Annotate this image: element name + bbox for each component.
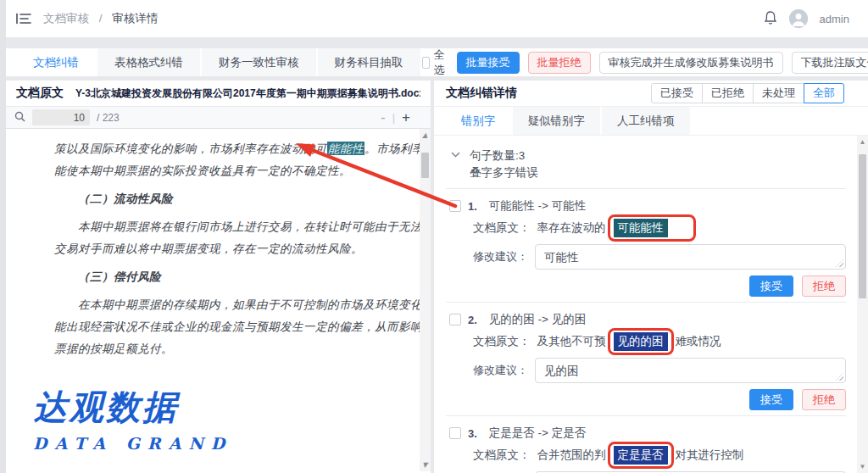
- document-panel-title: 文档原文: [16, 86, 64, 101]
- correction-rule: 见的的困 -> 见的困: [489, 312, 586, 327]
- correction-type-tab[interactable]: 人工纠错项: [602, 107, 690, 135]
- action-toolbar: 文档纠错表格格式纠错财务一致性审核财务科目抽取 全选 批量接受 批量拒绝 审核完…: [6, 48, 868, 76]
- corrections-panel-title: 文档纠错详情: [446, 86, 517, 101]
- reject-button[interactable]: 拒绝: [802, 389, 846, 410]
- correction-type-tabs: 错别字疑似错别字人工纠错项: [434, 106, 868, 135]
- scroll-up-icon[interactable]: ▲: [420, 130, 431, 141]
- select-all-label: 全选: [433, 47, 448, 78]
- status-filter-button[interactable]: 已拒绝: [702, 83, 754, 103]
- corrections-list: 句子数量:3 叠字多字错误 1.可能能性 -> 可能性文档原文：率存在波动的可能…: [434, 135, 868, 473]
- module-tab[interactable]: 表格格式纠错: [97, 48, 200, 76]
- document-page: 策以及国际环境变化的影响，市场利率存在波动的可能能性。市场利率的波动可能使本期中…: [6, 129, 431, 471]
- page-number-input[interactable]: [32, 109, 90, 125]
- accept-button[interactable]: 接受: [749, 389, 793, 410]
- correction-item: 2.见的的困 -> 见的困文档原文：及其他不可预见的的困难或情况修改建议：见的困…: [446, 303, 846, 416]
- correction-type-tab[interactable]: 错别字: [446, 107, 511, 135]
- zoom-divider: |: [392, 111, 395, 124]
- suggestion-input[interactable]: 可能性: [535, 244, 846, 270]
- document-panel: 文档原文 Y-3北京城建投资发展股份有限公司2017年度第一期中期票据募集说明书…: [6, 81, 431, 473]
- notification-bell-icon[interactable]: [764, 10, 777, 28]
- correction-item-checkbox[interactable]: [449, 200, 461, 212]
- original-text-label: 文档原文：: [473, 220, 531, 236]
- correction-item-checkbox[interactable]: [449, 427, 461, 439]
- username-label[interactable]: admin: [820, 13, 849, 25]
- original-text-after: 对其进行控制: [676, 448, 744, 463]
- select-all-control[interactable]: 全选: [422, 47, 448, 78]
- scroll-down-icon[interactable]: ▼: [420, 459, 431, 470]
- module-tab[interactable]: 财务科目抽取: [318, 48, 420, 76]
- scroll-up-icon[interactable]: ▲: [857, 136, 868, 147]
- error-highlight[interactable]: 可能能性: [614, 219, 668, 237]
- original-text-label: 文档原文：: [473, 334, 531, 349]
- user-avatar[interactable]: [789, 9, 808, 28]
- status-filter-group: 已接受已拒绝未处理全部: [651, 83, 844, 103]
- correction-item-checkbox[interactable]: [449, 314, 461, 326]
- search-icon[interactable]: [14, 111, 25, 125]
- breadcrumb: 文档审核 / 审核详情: [43, 11, 158, 26]
- correction-item: 1.可能能性 -> 可能性文档原文：率存在波动的可能能性修改建议：可能性接受拒绝: [446, 189, 846, 303]
- zoom-out-button[interactable]: -: [381, 110, 385, 125]
- status-filter-button[interactable]: 已接受: [651, 83, 703, 103]
- document-line-text: （二）流动性风险: [78, 192, 173, 205]
- status-filter-button[interactable]: 全部: [804, 83, 844, 103]
- document-line: 能出现经营状况不佳或企业的现金流与预期发生一定的偏差，从而影响本期中期: [54, 315, 381, 337]
- document-line: 票据的按期足额兑付。: [54, 337, 381, 359]
- accept-button[interactable]: 接受: [749, 275, 793, 297]
- module-tabs: 文档纠错表格格式纠错财务一致性审核财务科目抽取: [16, 48, 422, 76]
- document-scroll-thumb[interactable]: [421, 153, 429, 178]
- correction-item-number: 2.: [468, 314, 477, 326]
- suggestion-input[interactable]: 见的困: [535, 358, 846, 383]
- section-header-expanded[interactable]: 句子数量:3 叠字多字错误: [446, 144, 846, 189]
- datagrand-logo: 达观数据 DATA GRAND: [33, 384, 232, 453]
- corrections-scrollbar[interactable]: ▲ ▼: [857, 136, 868, 473]
- original-text-before: 率存在波动的: [537, 220, 606, 236]
- collapsed-sidebar-strip: [0, 0, 6, 473]
- corrections-panel: 文档纠错详情 已接受已拒绝未处理全部 错别字疑似错别字人工纠错项 句子数量:3 …: [434, 81, 868, 473]
- document-line: 交易对手而难以将中期票据变现，存在一定的流动性风险。: [54, 237, 381, 259]
- menu-collapse-icon[interactable]: [16, 13, 31, 25]
- correction-item: 3.定是是否 -> 定是否文档原文：合并范围的判定是是否对其进行控制修改建议：定…: [446, 416, 846, 473]
- document-scrollbar[interactable]: ▲ ▼: [420, 129, 431, 471]
- document-line: （三）偿付风险: [54, 265, 381, 287]
- document-line: （二）流动性风险: [54, 187, 381, 209]
- module-tab[interactable]: 文档纠错: [16, 48, 96, 76]
- document-text: 策以及国际环境变化的影响，市场利率存在波动的可能能性。市场利率的波动可能使本期中…: [54, 137, 381, 359]
- scroll-down-icon[interactable]: ▼: [857, 461, 868, 472]
- suggestion-label: 修改建议：: [473, 358, 528, 383]
- finish-generate-button[interactable]: 审核完成并生成修改版募集说明书: [599, 52, 783, 74]
- correction-type-tab[interactable]: 疑似错别字: [513, 107, 601, 135]
- document-line-text: 票据的按期足额兑付。: [54, 342, 173, 355]
- document-line-text: （三）偿付风险: [78, 270, 161, 283]
- batch-accept-button[interactable]: 批量接受: [457, 52, 520, 74]
- download-annotated-button[interactable]: 下载批注版文件: [792, 52, 868, 74]
- correction-rule: 定是是否 -> 定是否: [489, 426, 586, 441]
- document-line: 在本期中期票据的存续期内，如果由于不可控制的市场及环境变化，公司可: [54, 293, 381, 315]
- annotation-red-box: 定是是否: [608, 442, 674, 469]
- breadcrumb-section[interactable]: 文档审核: [43, 12, 89, 25]
- document-line: 本期中期票据将在银行间市场上进行交易，在转让时可能由于无法及时找到: [54, 215, 381, 237]
- page-total-label: / 223: [97, 112, 120, 124]
- section-error-type: 叠字多字错误: [470, 164, 538, 181]
- error-highlight[interactable]: 见的的困: [614, 332, 668, 351]
- original-text-after: 难或情况: [676, 334, 721, 349]
- error-highlight[interactable]: 定是是否: [614, 446, 668, 465]
- top-bar: 文档审核 / 审核详情 admin: [6, 0, 868, 37]
- document-error-highlight[interactable]: 能能性: [327, 142, 364, 155]
- chevron-down-icon[interactable]: [451, 149, 461, 159]
- annotation-red-box: 可能能性: [608, 214, 696, 242]
- section-sentence-count: 句子数量:3: [470, 147, 538, 164]
- correction-item-number: 1.: [468, 200, 477, 213]
- breadcrumb-current: 审核详情: [112, 12, 158, 25]
- zoom-in-button[interactable]: +: [402, 109, 410, 126]
- reject-button[interactable]: 拒绝: [802, 275, 846, 297]
- status-filter-button[interactable]: 未处理: [753, 83, 804, 103]
- document-line-text: 本期中期票据将在银行间市场上进行交易，在转让时可能由于无法及时找到: [78, 220, 431, 233]
- original-text-before: 合并范围的判: [537, 448, 606, 463]
- corrections-scroll-thumb[interactable]: [859, 154, 866, 298]
- document-line: 策以及国际环境变化的影响，市场利率存在波动的可能能性。市场利率的波动可: [54, 137, 381, 159]
- breadcrumb-separator: /: [99, 12, 103, 25]
- module-tab[interactable]: 财务一致性审核: [202, 48, 316, 76]
- select-all-checkbox[interactable]: [422, 57, 431, 69]
- document-line-text: 策以及国际环境变化的影响，市场利率存在波动的可: [54, 142, 327, 155]
- batch-reject-button[interactable]: 批量拒绝: [528, 52, 591, 74]
